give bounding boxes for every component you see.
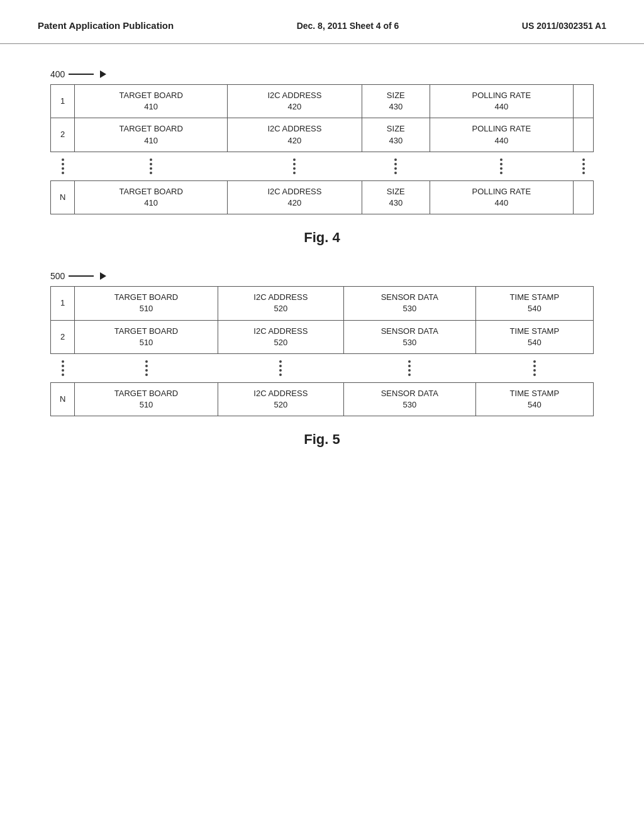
- dots-col3: [362, 152, 430, 180]
- table-row: N TARGET BOARD510 I2C ADDRESS520 SENSOR …: [51, 382, 594, 416]
- fig4-caption: Fig. 4: [50, 230, 594, 246]
- fig4-row2-col4: POLLING RATE440: [430, 118, 573, 152]
- dots-col1: [75, 152, 228, 180]
- fig5-row2-col1: TARGET BOARD510: [75, 320, 218, 353]
- dots-col3: [344, 353, 476, 382]
- fig4-row1-col3: SIZE430: [362, 85, 430, 118]
- patent-number-label: US 2011/0302351 A1: [522, 21, 606, 31]
- fig5-arrow-icon: [100, 272, 106, 280]
- fig5-caption: Fig. 5: [50, 431, 594, 448]
- row-number: N: [51, 180, 75, 214]
- dots-col2: [227, 152, 362, 180]
- fig4-arrow-icon: [100, 70, 106, 78]
- fig5-ref-label: 500: [50, 271, 594, 281]
- table-row: 1 TARGET BOARD510 I2C ADDRESS520 SENSOR …: [51, 287, 594, 320]
- fig4-ref-number: 400: [50, 69, 65, 79]
- table-row: 2 TARGET BOARD510 I2C ADDRESS520 SENSOR …: [51, 320, 594, 353]
- fig4-row1-extra: [574, 85, 594, 118]
- fig5-rown-col1: TARGET BOARD510: [75, 382, 218, 416]
- dots-col5: [574, 152, 594, 180]
- fig5-row2-col4: TIME STAMP540: [475, 320, 593, 353]
- table-row: 1 TARGET BOARD410 I2C ADDRESS420 SIZE430…: [51, 85, 594, 118]
- fig4-row2-col2: I2C ADDRESS420: [227, 118, 362, 152]
- fig5-row1-col3: SENSOR DATA530: [344, 287, 476, 320]
- dots-row: [51, 353, 594, 382]
- dots-rownum: [51, 152, 75, 180]
- fig5-ref-line: [69, 275, 94, 277]
- row-number: 1: [51, 85, 75, 118]
- row-number: 1: [51, 287, 75, 320]
- fig4-row2-col1: TARGET BOARD410: [75, 118, 228, 152]
- publication-label: Patent Application Publication: [38, 20, 174, 31]
- fig4-rown-col1: TARGET BOARD410: [75, 180, 228, 214]
- dots-col4: [430, 152, 573, 180]
- fig4-ref-label: 400: [50, 69, 594, 79]
- table-row: N TARGET BOARD410 I2C ADDRESS420 SIZE430…: [51, 180, 594, 214]
- row-number: N: [51, 382, 75, 416]
- fig4-row1-col4: POLLING RATE440: [430, 85, 573, 118]
- fig5-row2-col2: I2C ADDRESS520: [218, 320, 343, 353]
- fig4-rown-col4: POLLING RATE440: [430, 180, 573, 214]
- fig5-row2-col3: SENSOR DATA530: [344, 320, 476, 353]
- fig5-row1-col2: I2C ADDRESS520: [218, 287, 343, 320]
- dots-col2: [218, 353, 343, 382]
- dots-row: [51, 152, 594, 180]
- table-row: 2 TARGET BOARD410 I2C ADDRESS420 SIZE430…: [51, 118, 594, 152]
- fig4-ref-line: [69, 74, 94, 75]
- date-sheet-label: Dec. 8, 2011 Sheet 4 of 6: [297, 21, 399, 31]
- dots-col4: [475, 353, 593, 382]
- dots-rownum: [51, 353, 75, 382]
- fig4-rown-extra: [574, 180, 594, 214]
- row-number: 2: [51, 320, 75, 353]
- fig5-table: 1 TARGET BOARD510 I2C ADDRESS520 SENSOR …: [50, 286, 594, 416]
- fig4-row1-col1: TARGET BOARD410: [75, 85, 228, 118]
- fig5-row1-col1: TARGET BOARD510: [75, 287, 218, 320]
- fig4-table: 1 TARGET BOARD410 I2C ADDRESS420 SIZE430…: [50, 84, 594, 214]
- figure-5-container: 500 1 TARGET BOARD510 I2C ADDRESS520 SEN…: [50, 271, 594, 448]
- fig4-row2-col3: SIZE430: [362, 118, 430, 152]
- fig4-row2-extra: [574, 118, 594, 152]
- figure-4-container: 400 1 TARGET BOARD410 I2C ADDRESS420 SIZ…: [50, 69, 594, 246]
- fig4-rown-col3: SIZE430: [362, 180, 430, 214]
- fig5-rown-col4: TIME STAMP540: [475, 382, 593, 416]
- fig5-rown-col2: I2C ADDRESS520: [218, 382, 343, 416]
- fig4-row1-col2: I2C ADDRESS420: [227, 85, 362, 118]
- row-number: 2: [51, 118, 75, 152]
- fig5-row1-col4: TIME STAMP540: [475, 287, 593, 320]
- dots-col1: [75, 353, 218, 382]
- fig4-rown-col2: I2C ADDRESS420: [227, 180, 362, 214]
- fig5-ref-number: 500: [50, 271, 65, 281]
- page-header: Patent Application Publication Dec. 8, 2…: [0, 0, 644, 44]
- main-content: 400 1 TARGET BOARD410 I2C ADDRESS420 SIZ…: [0, 44, 644, 498]
- fig5-rown-col3: SENSOR DATA530: [344, 382, 476, 416]
